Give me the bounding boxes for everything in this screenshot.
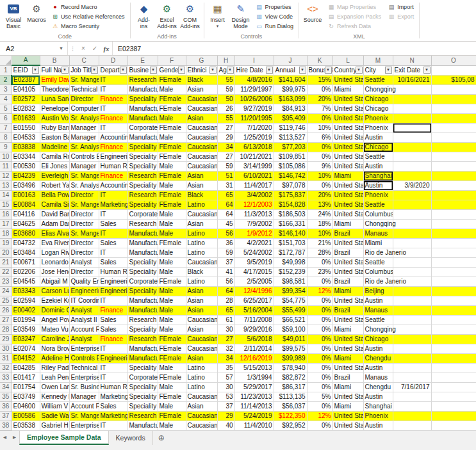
- cell-F16[interactable]: Male: [158, 210, 186, 220]
- expansion-packs-button[interactable]: ▤Expansion Packs: [325, 12, 383, 21]
- cell-J14[interactable]: $175,837: [274, 191, 307, 200]
- cell-H32[interactable]: 35: [217, 364, 234, 373]
- cell-I10[interactable]: 10/21/2021: [234, 152, 274, 162]
- column-header-L[interactable]: L: [332, 56, 363, 65]
- cell-D33[interactable]: IT: [99, 373, 127, 383]
- refresh-data-button[interactable]: ↻Refresh Data: [325, 21, 383, 31]
- cell-E26[interactable]: Manufactu: [127, 306, 158, 316]
- cell-B2[interactable]: Emily Dav: [40, 76, 69, 85]
- cell-C33[interactable]: Enterprise: [69, 373, 99, 383]
- cell-K13[interactable]: 0%: [307, 181, 332, 191]
- macros-button[interactable]: ⚙Macros: [25, 1, 48, 23]
- cell-A28[interactable]: E03549: [12, 325, 40, 335]
- cell-N8[interactable]: [393, 133, 431, 143]
- cell-C9[interactable]: Sr. Analys: [69, 143, 99, 152]
- cell-H17[interactable]: 45: [217, 220, 234, 229]
- cell-I22[interactable]: 4/17/2015: [234, 268, 274, 277]
- cell-M27[interactable]: Seattle: [363, 316, 393, 325]
- row-header-11[interactable]: 11: [0, 162, 12, 172]
- cell-I32[interactable]: 5/15/2013: [234, 364, 274, 373]
- cell-C23[interactable]: Quality Er: [69, 277, 99, 287]
- select-all-corner[interactable]: [0, 56, 12, 65]
- cell-A9[interactable]: E03838: [12, 143, 40, 152]
- cell-D27[interactable]: Sales: [99, 316, 127, 325]
- row-header-9[interactable]: 9: [0, 143, 12, 152]
- cell-D26[interactable]: Finance: [99, 306, 127, 316]
- cell-O19[interactable]: [431, 239, 476, 248]
- cell-F27[interactable]: Male: [158, 316, 186, 325]
- cell-M9[interactable]: Chicago: [363, 143, 393, 152]
- cell-M13[interactable]: Austin: [363, 181, 393, 191]
- cell-A32[interactable]: E04285: [12, 364, 40, 373]
- cell-O15[interactable]: [431, 200, 476, 210]
- header-cell-D[interactable]: Departi▼: [99, 65, 127, 76]
- cell-J27[interactable]: $66,521: [274, 316, 307, 325]
- cell-N24[interactable]: [393, 287, 431, 296]
- cell-D31[interactable]: Engineerin: [99, 354, 127, 364]
- cell-L31[interactable]: Miami: [332, 354, 363, 364]
- cell-O24[interactable]: [431, 287, 476, 296]
- cell-H11[interactable]: 59: [217, 162, 234, 172]
- cell-C36[interactable]: Account R: [69, 402, 99, 412]
- cell-K34[interactable]: 0%: [307, 383, 332, 392]
- cell-G3[interactable]: Asian: [186, 85, 217, 95]
- cell-M10[interactable]: Seattle: [363, 152, 393, 162]
- cell-C15[interactable]: Sr. Mange: [69, 200, 99, 210]
- cell-F36[interactable]: Male: [158, 402, 186, 412]
- cell-F32[interactable]: Male: [158, 364, 186, 373]
- cell-G9[interactable]: Caucasian: [186, 143, 217, 152]
- cell-O2[interactable]: $105,08: [431, 76, 476, 85]
- cell-J16[interactable]: $186,503: [274, 210, 307, 220]
- cell-E28[interactable]: Speciality: [127, 325, 158, 335]
- cell-H23[interactable]: 56: [217, 277, 234, 287]
- cell-G13[interactable]: Asian: [186, 181, 217, 191]
- column-header-O[interactable]: O: [431, 56, 476, 65]
- cell-N30[interactable]: [393, 344, 431, 354]
- row-header-21[interactable]: 21: [0, 258, 12, 268]
- cell-C34[interactable]: Sr. Busine: [69, 383, 99, 392]
- cell-N34[interactable]: 7/16/2017: [393, 383, 431, 392]
- cell-F9[interactable]: FEmale: [158, 143, 186, 152]
- cell-L3[interactable]: Miami: [332, 85, 363, 95]
- cell-O22[interactable]: [431, 268, 476, 277]
- cell-C5[interactable]: Computer: [69, 104, 99, 114]
- cell-M34[interactable]: Chengdu: [363, 383, 393, 392]
- cell-G19[interactable]: Latino: [186, 239, 217, 248]
- cell-A25[interactable]: E02594: [12, 296, 40, 306]
- cell-H28[interactable]: 30: [217, 325, 234, 335]
- column-header-J[interactable]: J: [274, 56, 307, 65]
- cell-D13[interactable]: Accountin: [99, 181, 127, 191]
- cell-F10[interactable]: FEmale: [158, 152, 186, 162]
- cell-G24[interactable]: Asian: [186, 287, 217, 296]
- filter-button-icon[interactable]: ▼: [266, 67, 273, 74]
- cell-E30[interactable]: Manufactu: [127, 344, 158, 354]
- cell-L38[interactable]: United Sta: [332, 421, 363, 431]
- cell-E4[interactable]: Speciality: [127, 95, 158, 104]
- row-header-20[interactable]: 20: [0, 248, 12, 258]
- cell-G12[interactable]: Asian: [186, 172, 217, 181]
- cell-H21[interactable]: 37: [217, 258, 234, 268]
- cell-A4[interactable]: E02572: [12, 95, 40, 104]
- filter-button-icon[interactable]: ▼: [32, 67, 39, 74]
- cell-G6[interactable]: Asian: [186, 114, 217, 124]
- cell-B10[interactable]: Camila Ro: [40, 152, 69, 162]
- cell-A20[interactable]: E03484: [12, 248, 40, 258]
- row-header-22[interactable]: 22: [0, 268, 12, 277]
- cell-J21[interactable]: $49,998: [274, 258, 307, 268]
- cell-K18[interactable]: 10%: [307, 229, 332, 239]
- cell-H3[interactable]: 59: [217, 85, 234, 95]
- cell-C25[interactable]: IT Coordin: [69, 296, 99, 306]
- cell-J12[interactable]: $146,742: [274, 172, 307, 181]
- cell-F34[interactable]: Male: [158, 383, 186, 392]
- cell-I28[interactable]: 9/29/2016: [234, 325, 274, 335]
- cell-C7[interactable]: Manager: [69, 124, 99, 133]
- cell-F30[interactable]: FEmale: [158, 344, 186, 354]
- cell-N2[interactable]: 10/16/2021: [393, 76, 431, 85]
- cell-G28[interactable]: Asian: [186, 325, 217, 335]
- cell-D14[interactable]: IT: [99, 191, 127, 200]
- cell-C22[interactable]: Director: [69, 268, 99, 277]
- cell-D25[interactable]: IT: [99, 296, 127, 306]
- row-header-34[interactable]: 34: [0, 383, 12, 392]
- cell-O17[interactable]: [431, 220, 476, 229]
- cell-I24[interactable]: 12/4/1996: [234, 287, 274, 296]
